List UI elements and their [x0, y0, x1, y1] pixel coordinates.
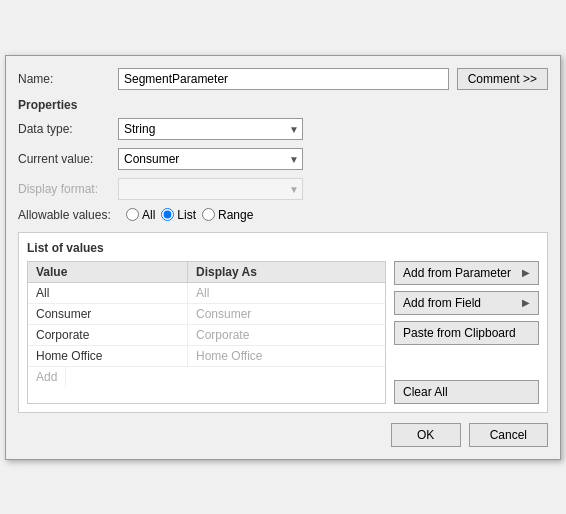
- data-type-label: Data type:: [18, 122, 118, 136]
- allowable-label: Allowable values:: [18, 208, 118, 222]
- table-row: Corporate Corporate: [28, 325, 385, 346]
- row-value: Corporate: [28, 325, 188, 345]
- radio-list-label: List: [177, 208, 196, 222]
- current-value-label: Current value:: [18, 152, 118, 166]
- add-from-parameter-button[interactable]: Add from Parameter ▶: [394, 261, 539, 285]
- display-format-wrapper: ▼: [118, 178, 303, 200]
- radio-all[interactable]: [126, 208, 139, 221]
- bottom-buttons: OK Cancel: [18, 423, 548, 447]
- table-header: Value Display As: [28, 262, 385, 283]
- row-value: All: [28, 283, 188, 303]
- radio-all-item: All: [126, 208, 155, 222]
- radio-range[interactable]: [202, 208, 215, 221]
- data-type-wrapper: String ▼: [118, 118, 303, 140]
- add-from-field-button[interactable]: Add from Field ▶: [394, 291, 539, 315]
- action-buttons: Add from Parameter ▶ Add from Field ▶ Pa…: [394, 261, 539, 404]
- list-content: Value Display As All All Consumer Consum…: [27, 261, 539, 404]
- radio-list-item: List: [161, 208, 196, 222]
- name-input[interactable]: [118, 68, 449, 90]
- row-display: Consumer: [188, 304, 385, 324]
- col-display-header: Display As: [188, 262, 385, 282]
- display-format-select[interactable]: [118, 178, 303, 200]
- table-body: All All Consumer Consumer Corporate Corp…: [28, 283, 385, 403]
- table-row-add: Add: [28, 367, 385, 387]
- table-row: Home Office Home Office: [28, 346, 385, 367]
- data-type-select[interactable]: String: [118, 118, 303, 140]
- name-label: Name:: [18, 72, 118, 86]
- clear-all-button[interactable]: Clear All: [394, 380, 539, 404]
- radio-range-label: Range: [218, 208, 253, 222]
- col-value-header: Value: [28, 262, 188, 282]
- radio-range-item: Range: [202, 208, 253, 222]
- row-value: Home Office: [28, 346, 188, 366]
- add-from-field-arrow-icon: ▶: [522, 297, 530, 308]
- radio-all-label: All: [142, 208, 155, 222]
- spacer: [394, 351, 539, 374]
- current-value-select[interactable]: Consumer: [118, 148, 303, 170]
- list-of-values-section: List of values Value Display As All All …: [18, 232, 548, 413]
- display-format-label: Display format:: [18, 182, 118, 196]
- row-display: Home Office: [188, 346, 385, 366]
- table-row: All All: [28, 283, 385, 304]
- add-row-cell: Add: [28, 367, 66, 387]
- row-value: Consumer: [28, 304, 188, 324]
- dialog: Name: Comment >> Properties Data type: S…: [5, 55, 561, 460]
- list-of-values-label: List of values: [27, 241, 539, 255]
- add-row-display: [66, 367, 385, 387]
- row-display: All: [188, 283, 385, 303]
- row-display: Corporate: [188, 325, 385, 345]
- ok-button[interactable]: OK: [391, 423, 461, 447]
- current-value-wrapper: Consumer ▼: [118, 148, 303, 170]
- cancel-button[interactable]: Cancel: [469, 423, 548, 447]
- values-table: Value Display As All All Consumer Consum…: [27, 261, 386, 404]
- paste-from-clipboard-button[interactable]: Paste from Clipboard: [394, 321, 539, 345]
- comment-button[interactable]: Comment >>: [457, 68, 548, 90]
- properties-label: Properties: [18, 98, 548, 112]
- table-row: Consumer Consumer: [28, 304, 385, 325]
- add-from-parameter-arrow-icon: ▶: [522, 267, 530, 278]
- allowable-radio-group: All List Range: [126, 208, 253, 222]
- radio-list[interactable]: [161, 208, 174, 221]
